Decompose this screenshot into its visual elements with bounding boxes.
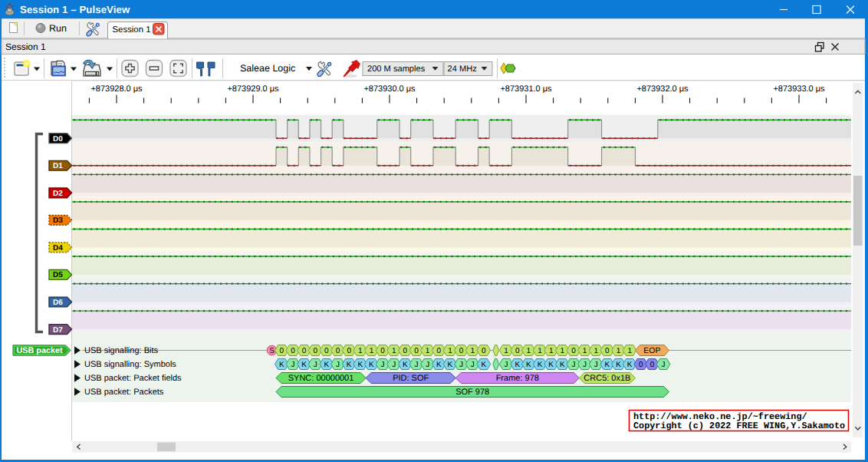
svg-text:J: J	[336, 361, 340, 369]
svg-text:1: 1	[527, 347, 531, 355]
svg-text:0: 0	[280, 347, 284, 355]
svg-text:0: 0	[605, 347, 610, 355]
svg-text:K: K	[548, 361, 554, 369]
svg-text:EOP: EOP	[643, 346, 660, 355]
svg-text:K: K	[526, 361, 531, 369]
svg-text:K: K	[627, 361, 633, 369]
svg-text:K: K	[538, 361, 543, 369]
svg-text:K: K	[482, 361, 487, 369]
svg-text:J: J	[571, 361, 575, 369]
svg-text:K: K	[605, 361, 610, 369]
svg-text:K: K	[403, 361, 408, 369]
svg-text:0: 0	[639, 361, 643, 369]
svg-text:Session 1: Session 1	[113, 25, 151, 35]
svg-text:D3: D3	[53, 216, 63, 225]
svg-text:USB signalling: Bits: USB signalling: Bits	[84, 346, 158, 355]
svg-text:K: K	[324, 361, 330, 369]
svg-text:J: J	[415, 361, 419, 369]
svg-text:0: 0	[380, 347, 385, 355]
svg-text:K: K	[448, 361, 453, 369]
svg-text:Run: Run	[49, 23, 67, 34]
svg-text:1: 1	[392, 347, 396, 355]
svg-text:SOF 978: SOF 978	[455, 388, 489, 397]
svg-text:D2: D2	[53, 190, 63, 198]
svg-text:K: K	[347, 361, 352, 369]
svg-text:K: K	[369, 361, 374, 369]
svg-text:0: 0	[650, 361, 655, 369]
svg-text:USB packet: USB packet	[16, 346, 62, 355]
svg-text:J: J	[459, 361, 463, 369]
svg-text:0: 0	[414, 347, 419, 355]
svg-text:D1: D1	[53, 162, 63, 170]
svg-text:K: K	[616, 361, 621, 369]
svg-text:0: 0	[459, 347, 464, 355]
svg-text:J: J	[381, 361, 385, 369]
svg-text:200 M samples: 200 M samples	[367, 64, 426, 74]
svg-text:K: K	[515, 361, 520, 369]
svg-text:0: 0	[482, 347, 486, 355]
svg-text:PID: SOF: PID: SOF	[393, 374, 429, 383]
svg-text:CRC5: 0x1B: CRC5: 0x1B	[584, 374, 630, 383]
svg-text:1: 1	[549, 347, 554, 355]
svg-text:S: S	[269, 347, 275, 355]
svg-text:K: K	[301, 361, 307, 369]
svg-text:USB packet: Packet fields: USB packet: Packet fields	[84, 374, 182, 383]
svg-text:+873932.0 μs: +873932.0 μs	[636, 84, 689, 94]
svg-text:J: J	[392, 361, 396, 369]
svg-text:+873931.0 μs: +873931.0 μs	[500, 84, 552, 94]
svg-text:J: J	[662, 361, 666, 369]
svg-text:1: 1	[627, 347, 632, 355]
svg-text:Session 1: Session 1	[5, 41, 46, 52]
svg-text:K: K	[279, 361, 284, 369]
svg-text:0: 0	[313, 347, 317, 355]
svg-text:Frame: 978: Frame: 978	[496, 374, 539, 383]
svg-text:+873930.0 μs: +873930.0 μs	[363, 84, 416, 94]
svg-text:1: 1	[538, 347, 542, 355]
svg-text:1: 1	[358, 347, 363, 355]
svg-text:0: 0	[336, 347, 340, 355]
svg-text:J: J	[426, 361, 429, 369]
svg-text:0: 0	[403, 347, 408, 355]
svg-text:0: 0	[302, 347, 307, 355]
svg-text:J: J	[291, 361, 294, 369]
svg-text:0: 0	[571, 347, 576, 355]
svg-text:1: 1	[504, 347, 508, 355]
svg-text:J: J	[583, 361, 587, 369]
svg-text:USB signalling: Symbols: USB signalling: Symbols	[84, 360, 176, 369]
svg-text:0: 0	[515, 347, 520, 355]
svg-text:Saleae Logic: Saleae Logic	[240, 63, 295, 74]
svg-text:1: 1	[448, 347, 452, 355]
svg-text:0: 0	[324, 347, 329, 355]
svg-text:Copyright (c) 2022 FREE WING,Y: Copyright (c) 2022 FREE WING,Y.Sakamoto	[633, 421, 845, 431]
svg-text:J: J	[505, 361, 508, 369]
svg-text:D0: D0	[53, 135, 63, 144]
svg-text:D4: D4	[53, 244, 63, 252]
svg-text:D5: D5	[53, 271, 63, 279]
svg-text:1: 1	[470, 347, 475, 355]
svg-text:1: 1	[426, 347, 430, 355]
svg-text:1: 1	[561, 347, 565, 355]
svg-text:USB packet: Packets: USB packet: Packets	[84, 388, 164, 397]
svg-text:+873933.0 μs: +873933.0 μs	[773, 84, 825, 94]
svg-text:0: 0	[347, 347, 351, 355]
svg-text:Session 1 – PulseView: Session 1 – PulseView	[20, 4, 130, 15]
svg-text:SYNC: 00000001: SYNC: 00000001	[288, 374, 354, 383]
svg-text:+873928.0 μs: +873928.0 μs	[90, 84, 143, 94]
svg-text:K: K	[436, 361, 442, 369]
svg-text:0: 0	[436, 347, 441, 355]
svg-text:J: J	[314, 361, 317, 369]
svg-text:+873929.0 μs: +873929.0 μs	[227, 84, 279, 94]
svg-text:D6: D6	[53, 299, 63, 307]
svg-text:24 MHz: 24 MHz	[448, 64, 477, 74]
svg-text:1: 1	[616, 347, 621, 355]
svg-text:J: J	[471, 361, 475, 369]
svg-text:1: 1	[370, 347, 374, 355]
svg-text:K: K	[357, 361, 363, 369]
svg-text:K: K	[560, 361, 565, 369]
svg-text:D7: D7	[53, 326, 63, 335]
svg-text:1: 1	[593, 347, 598, 355]
svg-text:J: J	[594, 361, 598, 369]
svg-text:0: 0	[291, 347, 295, 355]
svg-text:1: 1	[583, 347, 587, 355]
